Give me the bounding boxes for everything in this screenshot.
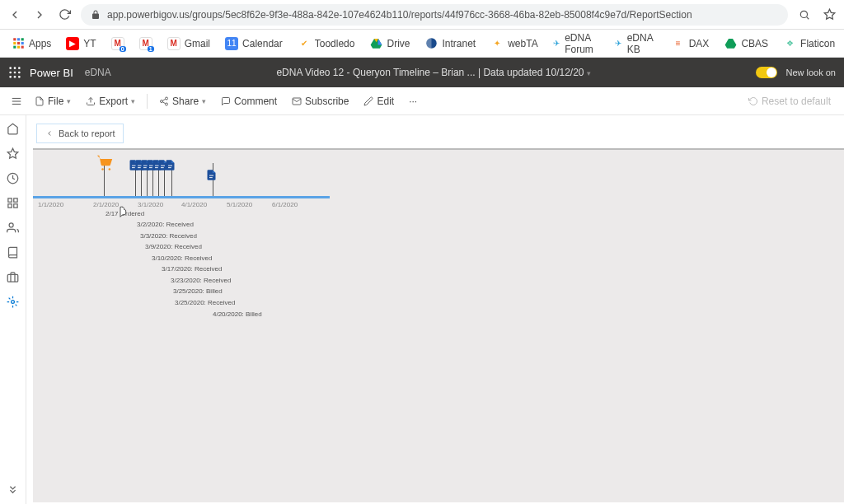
svg-rect-7 (16, 42, 19, 44)
bookmark-calendar[interactable]: 11Calendar (220, 37, 288, 50)
menu-label: Share (172, 96, 199, 107)
bookmarks-bar: Apps ▶YT M0 M1 MGmail 11Calendar ✔Toodle… (0, 30, 844, 58)
svg-marker-16 (725, 39, 737, 49)
bookmark-m0[interactable]: M0 (106, 37, 129, 50)
youtube-icon: ▶ (66, 37, 79, 50)
svg-point-25 (18, 76, 21, 78)
svg-point-23 (9, 76, 12, 78)
product-name: Power BI (30, 67, 73, 79)
export-menu[interactable]: Export▾ (79, 96, 142, 107)
svg-rect-4 (16, 38, 19, 40)
timeline-visual[interactable]: 1/1/20202/1/20203/1/20204/1/20205/1/2020… (33, 148, 844, 502)
svg-point-32 (166, 103, 168, 105)
report-title[interactable]: eDNA Video 12 - Queryon Timeline – Brian… (111, 67, 757, 78)
svg-rect-39 (14, 198, 17, 201)
bookmark-toodledo[interactable]: ✔Toodledo (293, 37, 360, 50)
pencil-icon (363, 96, 373, 106)
address-bar[interactable]: app.powerbigov.us/groups/5ec8f62e-9f3e-4… (81, 4, 788, 26)
app-launcher-icon[interactable] (8, 66, 21, 79)
bookmark-label: Apps (29, 38, 51, 49)
timeline-axis (33, 196, 330, 198)
learn-icon[interactable] (7, 245, 20, 259)
svg-rect-38 (8, 198, 12, 201)
search-icon[interactable] (796, 7, 813, 23)
menu-label: Subscribe (305, 96, 349, 107)
left-rail (0, 115, 26, 504)
bookmark-flaticon[interactable]: ❖Flaticon (778, 37, 840, 50)
axis-tick: 5/1/2020 (227, 201, 252, 208)
svg-point-20 (9, 72, 12, 74)
bookmark-label: webTA (508, 38, 537, 49)
document-icon (205, 168, 220, 183)
menu-label: Export (99, 96, 128, 107)
getdata-icon[interactable] (7, 483, 20, 496)
lock-icon (91, 10, 101, 20)
svg-line-34 (162, 99, 165, 100)
comment-button[interactable]: Comment (214, 96, 284, 107)
axis-tick: 2/1/2020 (93, 201, 119, 208)
bookmark-label: DAX (689, 38, 710, 49)
axis-tick: 3/1/2020 (138, 201, 163, 208)
shared-icon[interactable] (7, 221, 20, 234)
svg-rect-3 (13, 38, 16, 40)
apps-icon[interactable] (7, 196, 20, 209)
bookmark-webta[interactable]: ✦webTA (485, 37, 542, 50)
svg-point-31 (161, 100, 163, 102)
bookmark-cbas[interactable]: CBAS (719, 37, 773, 50)
more-menu[interactable]: ··· (402, 96, 424, 107)
forward-button[interactable] (31, 7, 48, 23)
workspaces-icon[interactable] (7, 270, 20, 283)
svg-marker-14 (377, 39, 382, 45)
bookmark-label: Flaticon (800, 38, 835, 49)
svg-point-42 (9, 222, 13, 226)
svg-rect-5 (21, 38, 23, 40)
report-toolbar: File▾ Export▾ Share▾ Comment Subscribe E… (0, 87, 844, 115)
reload-button[interactable] (56, 7, 73, 23)
bookmark-m1[interactable]: M1 (134, 37, 157, 50)
current-workspace-icon[interactable] (7, 295, 20, 308)
subscribe-button[interactable]: Subscribe (285, 96, 355, 107)
bookmark-dax[interactable]: ≡DAX (667, 37, 715, 50)
hamburger-icon[interactable] (7, 96, 26, 107)
reset-button[interactable]: Reset to default (742, 96, 837, 107)
bookmark-forum[interactable]: ✈eDNA Forum (548, 32, 604, 55)
bookmark-yt[interactable]: ▶YT (61, 37, 101, 50)
bookmark-apps[interactable]: Apps (7, 37, 56, 50)
bookmark-drive[interactable]: Drive (364, 37, 415, 50)
back-button[interactable] (7, 7, 23, 23)
chevron-down-icon: ▾ (131, 97, 135, 105)
drive-icon (724, 37, 737, 50)
favorites-icon[interactable] (7, 147, 20, 160)
svg-point-46 (109, 168, 111, 170)
bookmark-label: Toodledo (315, 38, 355, 49)
breadcrumb[interactable]: eDNA (85, 67, 111, 78)
file-menu[interactable]: File▾ (28, 96, 77, 107)
calendar-icon: 11 (225, 37, 238, 50)
chevron-down-icon: ▾ (202, 97, 206, 105)
edit-button[interactable]: Edit (357, 96, 401, 107)
svg-rect-43 (7, 274, 18, 282)
bookmark-label: eDNA Forum (565, 32, 598, 55)
svg-rect-8 (21, 42, 23, 44)
timeline-event-label: 4/20/2020: Billed (213, 310, 262, 318)
mail-icon (292, 96, 302, 106)
star-icon[interactable] (821, 7, 837, 23)
bookmark-label: eDNA KB (627, 32, 657, 55)
recent-icon[interactable] (7, 171, 20, 184)
share-button[interactable]: Share▾ (152, 96, 213, 107)
apps-grid-icon (12, 37, 25, 50)
forum-icon: ✈ (553, 37, 561, 50)
new-look-toggle[interactable] (756, 67, 777, 78)
gmail-icon: M1 (139, 37, 152, 50)
menu-label: Reset to default (762, 96, 831, 107)
home-icon[interactable] (7, 122, 20, 135)
svg-point-45 (101, 168, 104, 170)
kb-icon: ✈ (613, 37, 622, 50)
back-to-report-button[interactable]: Back to report (36, 124, 124, 143)
bookmark-kb[interactable]: ✈eDNA KB (608, 32, 661, 55)
bookmark-gmail[interactable]: MGmail (162, 37, 215, 50)
bookmark-label: Intranet (442, 38, 476, 49)
bookmark-label: Gmail (185, 38, 210, 49)
svg-point-0 (800, 11, 807, 17)
bookmark-intranet[interactable]: Intranet (420, 37, 481, 50)
